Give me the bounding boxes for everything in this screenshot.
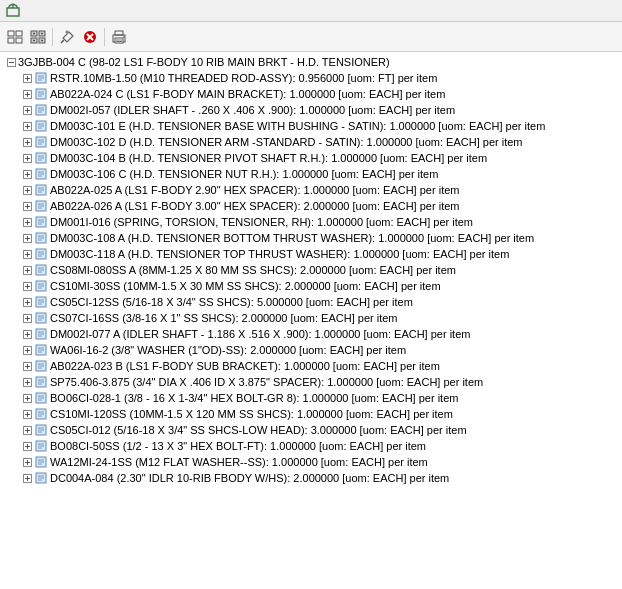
child-expand-icon[interactable] [20,119,34,133]
component-icon [34,167,48,181]
tree-item[interactable]: DM003C-101 E (H.D. TENSIONER BASE WITH B… [0,118,622,134]
tree-item[interactable]: DM003C-106 C (H.D. TENSIONER NUT R.H.): … [0,166,622,182]
component-icon [34,407,48,421]
child-expand-icon[interactable] [20,471,34,485]
tree-item[interactable]: DM003C-118 A (H.D. TENSIONER TOP THRUST … [0,246,622,262]
expand-all-button[interactable] [27,26,49,48]
child-expand-icon[interactable] [20,87,34,101]
tree-item[interactable]: CS10MI-30SS (10MM-1.5 X 30 MM SS SHCS): … [0,278,622,294]
tree-item[interactable]: WA06I-16-2 (3/8" WASHER (1"OD)-SS): 2.00… [0,342,622,358]
child-expand-icon[interactable] [20,103,34,117]
child-label: DM002I-077 A (IDLER SHAFT - 1.186 X .516… [50,326,470,342]
component-icon [34,343,48,357]
tree-item[interactable]: CS10MI-120SS (10MM-1.5 X 120 MM SS SHCS)… [0,406,622,422]
component-icon [34,119,48,133]
svg-rect-6 [8,31,14,36]
toolbar-separator-2 [104,28,105,46]
child-expand-icon[interactable] [20,423,34,437]
tree-item[interactable]: WA12MI-24-1SS (M12 FLAT WASHER--SS): 1.0… [0,454,622,470]
component-icon [34,71,48,85]
child-expand-icon[interactable] [20,167,34,181]
svg-rect-8 [8,38,14,43]
child-expand-icon[interactable] [20,343,34,357]
tree-item[interactable]: DC004A-084 (2.30" IDLR 10-RIB FBODY W/HS… [0,470,622,486]
child-label: WA12MI-24-1SS (M12 FLAT WASHER--SS): 1.0… [50,454,428,470]
child-expand-icon[interactable] [20,151,34,165]
tree-container[interactable]: 3GJBB-004 C (98-02 LS1 F-BODY 10 RIB MAI… [0,52,622,589]
child-label: DM003C-101 E (H.D. TENSIONER BASE WITH B… [50,118,545,134]
tree-item[interactable]: CS08MI-080SS A (8MM-1.25 X 80 MM SS SHCS… [0,262,622,278]
child-label: AB022A-025 A (LS1 F-BODY 2.90" HEX SPACE… [50,182,459,198]
svg-rect-7 [16,31,22,36]
child-expand-icon[interactable] [20,439,34,453]
child-expand-icon[interactable] [20,359,34,373]
component-icon [34,471,48,485]
component-icon [34,359,48,373]
tree-item[interactable]: AB022A-025 A (LS1 F-BODY 2.90" HEX SPACE… [0,182,622,198]
tree-item[interactable]: AB022A-024 C (LS1 F-BODY MAIN BRACKET): … [0,86,622,102]
tree-item[interactable]: CS07CI-16SS (3/8-16 X 1" SS SHCS): 2.000… [0,310,622,326]
print-button[interactable] [108,26,130,48]
child-label: SP75.406-3.875 (3/4" DIA X .406 ID X 3.8… [50,374,483,390]
child-label: AB022A-026 A (LS1 F-BODY 3.00" HEX SPACE… [50,198,459,214]
component-icon [34,215,48,229]
child-expand-icon[interactable] [20,327,34,341]
svg-rect-0 [7,8,19,16]
tree-item[interactable]: BO08CI-50SS (1/2 - 13 X 3" HEX BOLT-FT):… [0,438,622,454]
child-expand-icon[interactable] [20,231,34,245]
tree-item[interactable]: DM003C-108 A (H.D. TENSIONER BOTTOM THRU… [0,230,622,246]
child-expand-icon[interactable] [20,247,34,261]
stop-button[interactable] [79,26,101,48]
child-expand-icon[interactable] [20,391,34,405]
root-label: 3GJBB-004 C (98-02 LS1 F-BODY 10 RIB MAI… [18,54,390,70]
child-expand-icon[interactable] [20,71,34,85]
child-label: RSTR.10MB-1.50 (M10 THREADED ROD-ASSY): … [50,70,437,86]
child-label: WA06I-16-2 (3/8" WASHER (1"OD)-SS): 2.00… [50,342,406,358]
tools-button[interactable] [56,26,78,48]
child-expand-icon[interactable] [20,455,34,469]
child-expand-icon[interactable] [20,263,34,277]
toolbar [0,22,622,52]
tree-item[interactable]: SP75.406-3.875 (3/4" DIA X .406 ID X 3.8… [0,374,622,390]
svg-rect-9 [16,38,22,43]
tree-root-item[interactable]: 3GJBB-004 C (98-02 LS1 F-BODY 10 RIB MAI… [0,54,622,70]
tree-item[interactable]: DM002I-057 (IDLER SHAFT - .260 X .406 X … [0,102,622,118]
tree-item[interactable]: AB022A-023 B (LS1 F-BODY SUB BRACKET): 1… [0,358,622,374]
root-expand-icon[interactable] [4,55,18,69]
tree-item[interactable]: DM003C-102 D (H.D. TENSIONER ARM -STANDA… [0,134,622,150]
svg-rect-28 [115,38,123,43]
child-label: BO08CI-50SS (1/2 - 13 X 3" HEX BOLT-FT):… [50,438,426,454]
child-expand-icon[interactable] [20,375,34,389]
child-expand-icon[interactable] [20,407,34,421]
child-label: AB022A-024 C (LS1 F-BODY MAIN BRACKET): … [50,86,445,102]
tree-item[interactable]: DM003C-104 B (H.D. TENSIONER PIVOT SHAFT… [0,150,622,166]
window-icon [6,3,20,19]
svg-rect-27 [115,31,123,35]
component-icon [34,311,48,325]
tree-children: RSTR.10MB-1.50 (M10 THREADED ROD-ASSY): … [0,70,622,486]
child-label: DM002I-057 (IDLER SHAFT - .260 X .406 X … [50,102,455,118]
component-icon [34,87,48,101]
child-expand-icon[interactable] [20,183,34,197]
tree-item[interactable]: CS05CI-12SS (5/16-18 X 3/4" SS SHCS): 5.… [0,294,622,310]
child-expand-icon[interactable] [20,295,34,309]
child-expand-icon[interactable] [20,135,34,149]
child-label: AB022A-023 B (LS1 F-BODY SUB BRACKET): 1… [50,358,440,374]
child-expand-icon[interactable] [20,311,34,325]
component-icon [34,231,48,245]
tree-item[interactable]: CS05CI-012 (5/16-18 X 3/4" SS SHCS-LOW H… [0,422,622,438]
child-label: DM001I-016 (SPRING, TORSION, TENSIONER, … [50,214,473,230]
tree-item[interactable]: DM002I-077 A (IDLER SHAFT - 1.186 X .516… [0,326,622,342]
child-expand-icon[interactable] [20,199,34,213]
child-expand-icon[interactable] [20,215,34,229]
tree-item[interactable]: AB022A-026 A (LS1 F-BODY 3.00" HEX SPACE… [0,198,622,214]
child-label: CS10MI-120SS (10MM-1.5 X 120 MM SS SHCS)… [50,406,453,422]
collapse-all-button[interactable] [4,26,26,48]
child-label: DC004A-084 (2.30" IDLR 10-RIB FBODY W/HS… [50,470,449,486]
child-expand-icon[interactable] [20,279,34,293]
child-label: DM003C-104 B (H.D. TENSIONER PIVOT SHAFT… [50,150,487,166]
tree-item[interactable]: DM001I-016 (SPRING, TORSION, TENSIONER, … [0,214,622,230]
tree-item[interactable]: BO06CI-028-1 (3/8 - 16 X 1-3/4" HEX BOLT… [0,390,622,406]
component-icon [34,199,48,213]
tree-item[interactable]: RSTR.10MB-1.50 (M10 THREADED ROD-ASSY): … [0,70,622,86]
